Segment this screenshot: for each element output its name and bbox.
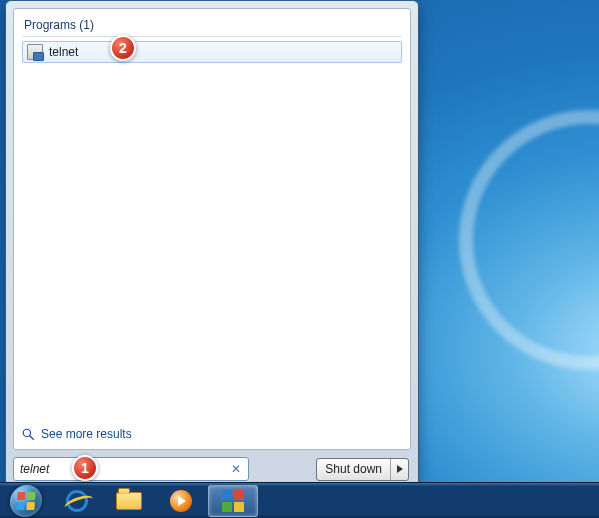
internet-explorer-icon	[66, 490, 88, 512]
see-more-results-link[interactable]: See more results	[22, 427, 132, 441]
taskbar-file-explorer[interactable]	[104, 485, 154, 517]
taskbar-media-player[interactable]	[156, 485, 206, 517]
app-icon	[222, 490, 244, 512]
shutdown-options-arrow[interactable]	[390, 459, 408, 480]
clear-search-icon[interactable]: ✕	[228, 461, 244, 477]
shutdown-label: Shut down	[317, 459, 390, 480]
start-menu-bottom-row: ✕ Shut down	[13, 457, 411, 481]
search-input[interactable]	[20, 462, 228, 476]
desktop-background-swirl	[459, 110, 599, 370]
section-header-programs: Programs (1)	[22, 15, 402, 37]
start-button[interactable]	[2, 484, 50, 518]
taskbar	[0, 482, 599, 518]
telnet-icon	[27, 44, 43, 60]
search-box[interactable]: ✕	[13, 457, 249, 481]
search-icon	[22, 428, 35, 441]
search-result-label: telnet	[49, 45, 78, 59]
start-menu: Programs (1) telnet See more results ✕ S…	[5, 0, 419, 489]
svg-line-1	[30, 435, 34, 439]
search-results-panel: Programs (1) telnet See more results	[13, 8, 411, 450]
folder-icon	[116, 492, 142, 510]
windows-logo-icon	[9, 485, 43, 517]
media-player-icon	[170, 490, 192, 512]
taskbar-internet-explorer[interactable]	[52, 485, 102, 517]
see-more-label: See more results	[41, 427, 132, 441]
taskbar-active-app[interactable]	[208, 485, 258, 517]
search-result-row[interactable]: telnet	[22, 41, 402, 63]
shutdown-button[interactable]: Shut down	[316, 458, 409, 481]
